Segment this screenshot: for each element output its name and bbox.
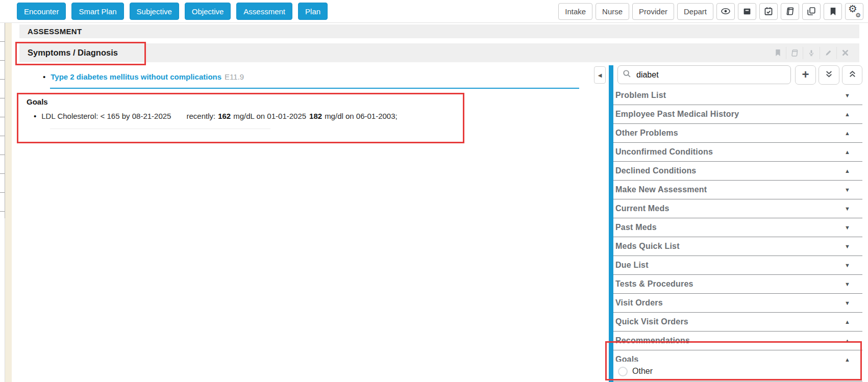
goal-row-divider — [50, 129, 270, 129]
left-triangle-icon: ◀ — [598, 72, 602, 78]
chevron-icon[interactable]: ▼ — [845, 224, 850, 231]
search-input[interactable] — [635, 70, 775, 80]
nav-button-encounter[interactable]: Encounter — [17, 3, 66, 20]
chevron-icon[interactable]: ▲ — [845, 168, 850, 174]
sidebar-section-recommendations[interactable]: Recommendations ▲ — [613, 332, 862, 350]
sidebar-section-current-meds[interactable]: Current Meds ▼ — [613, 199, 862, 218]
goal-options: Other — [613, 362, 862, 381]
sidebar-section-label: Current Meds — [615, 204, 669, 213]
sidebar-section-label: Quick Visit Orders — [615, 317, 688, 326]
chevron-icon[interactable]: ▼ — [845, 281, 850, 287]
book-icon — [785, 7, 795, 16]
sidebar-section-label: Declined Conditions — [615, 166, 696, 175]
collapse-all-button[interactable] — [819, 65, 839, 85]
nav-button-objective[interactable]: Objective — [185, 3, 231, 20]
book-icon[interactable] — [786, 47, 803, 59]
calendar-button[interactable] — [759, 3, 778, 20]
goal-list-item[interactable]: •LDL Cholesterol: < 165 by 08-21-2025rec… — [34, 112, 398, 120]
stage-button-depart[interactable]: Depart — [677, 3, 713, 20]
chevron-icon[interactable]: ▼ — [845, 206, 850, 212]
diagnosis-name-link[interactable]: Type 2 diabetes mellitus without complic… — [51, 72, 221, 81]
assessment-section-header: ASSESSMENT — [19, 24, 859, 38]
diagnosis-code: E11.9 — [225, 72, 244, 81]
collapsed-left-panel-edge — [0, 218, 5, 382]
symptoms-diagnosis-panel-header: Symptoms / Diagnosis — [19, 43, 859, 62]
sidebar-section-label: Tests & Procedures — [615, 279, 693, 289]
double-chevron-up-icon — [848, 70, 857, 81]
sidebar-section-quick-visit-orders[interactable]: Quick Visit Orders ▲ — [613, 313, 862, 332]
stage-button-provider[interactable]: Provider — [632, 3, 674, 20]
nav-button-plan[interactable]: Plan — [298, 3, 328, 20]
microphone-icon[interactable] — [803, 47, 820, 59]
chevron-icon[interactable]: ▼ — [845, 243, 850, 249]
sidebar-section-visit-orders[interactable]: Visit Orders ▼ — [613, 294, 862, 313]
pencil-icon[interactable] — [820, 47, 836, 59]
sidebar-accent-bar — [609, 65, 613, 382]
bookmark-icon[interactable] — [770, 47, 786, 59]
nav-button-assessment[interactable]: Assessment — [236, 3, 292, 20]
radio-button[interactable] — [618, 367, 628, 376]
plus-icon: + — [802, 68, 809, 81]
chevron-icon[interactable]: ▼ — [845, 300, 850, 306]
sidebar-section-label: Visit Orders — [615, 298, 663, 308]
sidebar-section-label: Due List — [615, 261, 649, 270]
book-button[interactable] — [781, 3, 799, 20]
chevron-icon[interactable]: ▲ — [845, 111, 850, 117]
sidebar-section-label: Problem List — [615, 91, 666, 100]
sidebar-section-unconfirmed-conditions[interactable]: Unconfirmed Conditions ▲ — [613, 143, 862, 162]
chevron-icon[interactable]: ▲ — [845, 130, 850, 136]
stage-button-nurse[interactable]: Nurse — [596, 3, 629, 20]
double-chevron-down-icon — [825, 70, 833, 81]
sidebar-section-due-list[interactable]: Due List ▼ — [613, 256, 862, 275]
sidebar-section-tests-procedures[interactable]: Tests & Procedures ▼ — [613, 275, 862, 294]
archive-button[interactable] — [738, 3, 756, 20]
panel-icon-toolbar — [770, 43, 853, 62]
goal-reading-detail: mg/dL on 01-01-2025 — [233, 112, 306, 120]
bookmark-button[interactable] — [824, 3, 842, 20]
sidebar-section-make-new-assessment[interactable]: Make New Assessment ▼ — [613, 181, 862, 199]
goal-recent-label: recently: — [186, 112, 215, 120]
chevron-icon[interactable]: ▲ — [845, 319, 850, 325]
goal-reading-value: 182 — [309, 112, 322, 120]
settings-gears-icon: ⚙⚙ — [849, 5, 860, 17]
eye-icon — [721, 7, 731, 15]
expand-all-button[interactable] — [842, 65, 862, 85]
close-icon[interactable] — [836, 47, 853, 59]
diagnosis-list-item[interactable]: •Type 2 diabetes mellitus without compli… — [43, 72, 244, 81]
copy-button[interactable] — [802, 3, 821, 20]
nav-button-subjective[interactable]: Subjective — [130, 3, 179, 20]
sidebar-section-problem-list[interactable]: Problem List ▼ — [613, 86, 862, 105]
chevron-icon[interactable]: ▼ — [845, 187, 850, 193]
eye-button[interactable] — [716, 3, 735, 20]
bullet: • — [34, 112, 36, 120]
diagnosis-row-underline — [50, 88, 579, 89]
top-toolbar: EncounterSmart PlanSubjectiveObjectiveAs… — [0, 0, 868, 23]
stage-buttons: IntakeNurseProviderDepart — [558, 3, 713, 20]
calendar-check-icon — [764, 7, 773, 16]
sidebar-section-declined-conditions[interactable]: Declined Conditions ▲ — [613, 162, 862, 181]
sidebar-section-employee-past-medical-history[interactable]: Employee Past Medical History ▲ — [613, 105, 862, 124]
sidebar-section-other-problems[interactable]: Other Problems ▲ — [613, 124, 862, 143]
sidebar-section-list: Problem List ▼ Employee Past Medical His… — [613, 86, 862, 369]
chevron-icon[interactable]: ▼ — [845, 262, 850, 268]
settings-button[interactable]: ⚙⚙ — [845, 3, 863, 20]
chevron-icon[interactable]: ▼ — [845, 92, 850, 98]
sidebar-section-label: Make New Assessment — [615, 185, 707, 194]
sidebar-section-meds-quick-list[interactable]: Meds Quick List ▼ — [613, 237, 862, 256]
chevron-icon[interactable]: ▲ — [845, 149, 850, 155]
stage-button-intake[interactable]: Intake — [558, 3, 592, 20]
add-button[interactable]: + — [795, 65, 816, 85]
nav-button-smart-plan[interactable]: Smart Plan — [71, 3, 123, 20]
archive-box-icon — [742, 7, 752, 16]
goals-heading: Goals — [27, 97, 48, 106]
goal-option-other[interactable]: Other — [613, 362, 862, 381]
copy-pages-icon — [807, 7, 816, 16]
sidebar-search — [617, 65, 791, 84]
goal-reading-detail: mg/dl on 06-01-2003; — [325, 112, 398, 120]
sidebar-section-label: Meds Quick List — [615, 242, 680, 251]
chevron-icon[interactable]: ▲ — [845, 338, 850, 344]
left-accent-rail — [5, 23, 12, 382]
sidebar-section-label: Employee Past Medical History — [615, 110, 739, 119]
sidebar-section-past-meds[interactable]: Past Meds ▼ — [613, 218, 862, 237]
sidebar-collapse-button[interactable]: ◀ — [594, 66, 606, 84]
